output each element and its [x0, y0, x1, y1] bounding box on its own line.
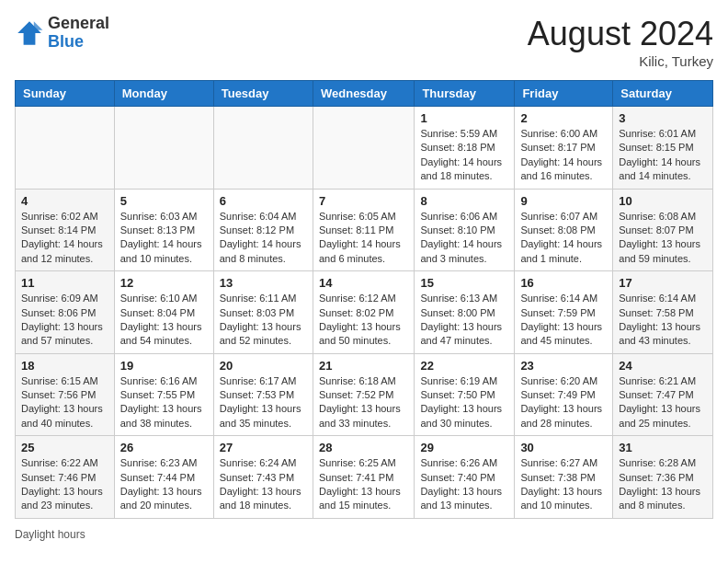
day-cell: 16Sunrise: 6:14 AMSunset: 7:59 PMDayligh… — [515, 271, 613, 354]
day-number: 14 — [319, 276, 408, 290]
day-number: 25 — [21, 441, 108, 454]
day-number: 4 — [21, 194, 108, 208]
day-cell: 13Sunrise: 6:11 AMSunset: 8:03 PMDayligh… — [213, 271, 313, 354]
day-cell: 2Sunrise: 6:00 AMSunset: 8:17 PMDaylight… — [515, 107, 613, 190]
day-cell: 20Sunrise: 6:17 AMSunset: 7:53 PMDayligh… — [213, 353, 313, 436]
day-cell: 31Sunrise: 6:28 AMSunset: 7:36 PMDayligh… — [613, 436, 713, 519]
legend: Daylight hours — [15, 528, 713, 541]
day-info: Sunrise: 6:21 AMSunset: 7:47 PMDaylight:… — [619, 374, 707, 431]
day-number: 16 — [520, 276, 607, 290]
week-row-4: 18Sunrise: 6:15 AMSunset: 7:56 PMDayligh… — [16, 353, 713, 436]
day-cell: 14Sunrise: 6:12 AMSunset: 8:02 PMDayligh… — [313, 271, 414, 354]
day-cell: 1Sunrise: 5:59 AMSunset: 8:18 PMDaylight… — [415, 107, 515, 190]
page-header: General Blue August 2024 Kilic, Turkey — [15, 15, 713, 69]
logo: General Blue — [15, 15, 109, 52]
logo-icon — [15, 18, 44, 48]
day-cell: 23Sunrise: 6:20 AMSunset: 7:49 PMDayligh… — [515, 353, 613, 436]
day-info: Sunrise: 6:05 AMSunset: 8:11 PMDaylight:… — [319, 210, 408, 267]
day-number: 31 — [619, 441, 707, 454]
day-cell: 27Sunrise: 6:24 AMSunset: 7:43 PMDayligh… — [213, 436, 313, 519]
svg-marker-1 — [34, 21, 43, 30]
day-info: Sunrise: 6:20 AMSunset: 7:49 PMDaylight:… — [520, 374, 607, 431]
week-row-1: 1Sunrise: 5:59 AMSunset: 8:18 PMDaylight… — [16, 107, 713, 190]
day-cell — [114, 107, 213, 190]
day-info: Sunrise: 6:14 AMSunset: 7:59 PMDaylight:… — [520, 292, 607, 349]
day-info: Sunrise: 6:18 AMSunset: 7:52 PMDaylight:… — [319, 374, 408, 431]
day-info: Sunrise: 6:01 AMSunset: 8:15 PMDaylight:… — [619, 127, 707, 184]
day-info: Sunrise: 6:24 AMSunset: 7:43 PMDaylight:… — [220, 456, 307, 513]
day-cell: 9Sunrise: 6:07 AMSunset: 8:08 PMDaylight… — [515, 189, 613, 271]
day-cell: 4Sunrise: 6:02 AMSunset: 8:14 PMDaylight… — [16, 189, 115, 271]
day-number: 7 — [319, 194, 408, 208]
day-info: Sunrise: 6:12 AMSunset: 8:02 PMDaylight:… — [319, 292, 408, 349]
day-info: Sunrise: 6:14 AMSunset: 7:58 PMDaylight:… — [619, 292, 707, 349]
logo-text: General Blue — [48, 15, 109, 52]
day-cell: 19Sunrise: 6:16 AMSunset: 7:55 PMDayligh… — [114, 353, 213, 436]
day-number: 13 — [220, 276, 307, 290]
day-info: Sunrise: 6:07 AMSunset: 8:08 PMDaylight:… — [520, 210, 607, 267]
header-monday: Monday — [114, 81, 213, 107]
week-row-2: 4Sunrise: 6:02 AMSunset: 8:14 PMDaylight… — [16, 189, 713, 271]
day-cell: 3Sunrise: 6:01 AMSunset: 8:15 PMDaylight… — [613, 107, 713, 190]
day-number: 23 — [520, 359, 607, 373]
day-number: 6 — [220, 194, 307, 208]
day-number: 2 — [520, 111, 607, 125]
day-cell: 8Sunrise: 6:06 AMSunset: 8:10 PMDaylight… — [415, 189, 515, 271]
day-cell: 7Sunrise: 6:05 AMSunset: 8:11 PMDaylight… — [313, 189, 414, 271]
calendar: SundayMondayTuesdayWednesdayThursdayFrid… — [15, 80, 713, 519]
week-row-3: 11Sunrise: 6:09 AMSunset: 8:06 PMDayligh… — [16, 271, 713, 354]
header-saturday: Saturday — [613, 81, 713, 107]
day-number: 26 — [120, 441, 208, 454]
calendar-header-row: SundayMondayTuesdayWednesdayThursdayFrid… — [16, 81, 713, 107]
day-info: Sunrise: 6:02 AMSunset: 8:14 PMDaylight:… — [21, 210, 108, 267]
day-cell: 24Sunrise: 6:21 AMSunset: 7:47 PMDayligh… — [613, 353, 713, 436]
day-info: Sunrise: 6:19 AMSunset: 7:50 PMDaylight:… — [420, 374, 508, 431]
header-friday: Friday — [515, 81, 613, 107]
header-wednesday: Wednesday — [313, 81, 414, 107]
day-cell — [16, 107, 115, 190]
header-sunday: Sunday — [16, 81, 115, 107]
day-info: Sunrise: 6:03 AMSunset: 8:13 PMDaylight:… — [120, 210, 208, 267]
day-number: 5 — [120, 194, 208, 208]
header-tuesday: Tuesday — [213, 81, 313, 107]
day-cell: 18Sunrise: 6:15 AMSunset: 7:56 PMDayligh… — [16, 353, 115, 436]
day-info: Sunrise: 5:59 AMSunset: 8:18 PMDaylight:… — [420, 127, 508, 184]
day-number: 20 — [220, 359, 307, 373]
day-number: 19 — [120, 359, 208, 373]
day-info: Sunrise: 6:16 AMSunset: 7:55 PMDaylight:… — [120, 374, 208, 431]
title-block: August 2024 Kilic, Turkey — [528, 15, 713, 69]
day-number: 11 — [21, 276, 108, 290]
day-cell — [313, 107, 414, 190]
day-cell: 10Sunrise: 6:08 AMSunset: 8:07 PMDayligh… — [613, 189, 713, 271]
day-cell: 26Sunrise: 6:23 AMSunset: 7:44 PMDayligh… — [114, 436, 213, 519]
day-info: Sunrise: 6:11 AMSunset: 8:03 PMDaylight:… — [220, 292, 307, 349]
day-number: 27 — [220, 441, 307, 454]
day-info: Sunrise: 6:23 AMSunset: 7:44 PMDaylight:… — [120, 456, 208, 513]
day-cell: 6Sunrise: 6:04 AMSunset: 8:12 PMDaylight… — [213, 189, 313, 271]
day-cell: 12Sunrise: 6:10 AMSunset: 8:04 PMDayligh… — [114, 271, 213, 354]
day-info: Sunrise: 6:09 AMSunset: 8:06 PMDaylight:… — [21, 292, 108, 349]
day-cell: 22Sunrise: 6:19 AMSunset: 7:50 PMDayligh… — [415, 353, 515, 436]
day-info: Sunrise: 6:26 AMSunset: 7:40 PMDaylight:… — [420, 456, 508, 513]
day-info: Sunrise: 6:22 AMSunset: 7:46 PMDaylight:… — [21, 456, 108, 513]
day-cell: 28Sunrise: 6:25 AMSunset: 7:41 PMDayligh… — [313, 436, 414, 519]
day-cell: 29Sunrise: 6:26 AMSunset: 7:40 PMDayligh… — [415, 436, 515, 519]
day-number: 22 — [420, 359, 508, 373]
day-info: Sunrise: 6:13 AMSunset: 8:00 PMDaylight:… — [420, 292, 508, 349]
day-number: 30 — [520, 441, 607, 454]
day-info: Sunrise: 6:06 AMSunset: 8:10 PMDaylight:… — [420, 210, 508, 267]
location: Kilic, Turkey — [528, 53, 713, 69]
day-cell: 15Sunrise: 6:13 AMSunset: 8:00 PMDayligh… — [415, 271, 515, 354]
day-cell: 17Sunrise: 6:14 AMSunset: 7:58 PMDayligh… — [613, 271, 713, 354]
day-info: Sunrise: 6:04 AMSunset: 8:12 PMDaylight:… — [220, 210, 307, 267]
day-number: 28 — [319, 441, 408, 454]
day-number: 18 — [21, 359, 108, 373]
day-cell: 25Sunrise: 6:22 AMSunset: 7:46 PMDayligh… — [16, 436, 115, 519]
day-number: 29 — [420, 441, 508, 454]
day-number: 17 — [619, 276, 707, 290]
day-number: 3 — [619, 111, 707, 125]
day-number: 15 — [420, 276, 508, 290]
day-cell: 11Sunrise: 6:09 AMSunset: 8:06 PMDayligh… — [16, 271, 115, 354]
day-info: Sunrise: 6:10 AMSunset: 8:04 PMDaylight:… — [120, 292, 208, 349]
day-info: Sunrise: 6:25 AMSunset: 7:41 PMDaylight:… — [319, 456, 408, 513]
